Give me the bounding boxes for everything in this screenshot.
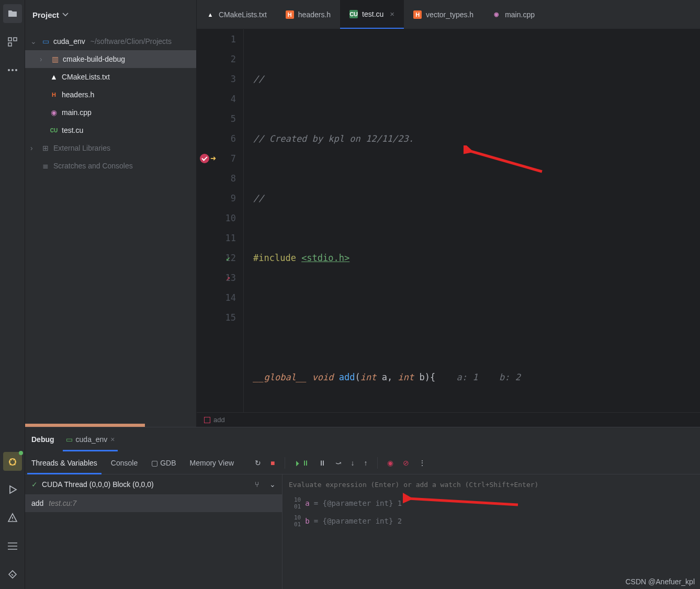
line-number[interactable]: 3 — [197, 69, 236, 89]
svg-rect-1 — [14, 38, 17, 41]
nav-out-icon[interactable]: ↗ — [226, 268, 230, 288]
run-icon[interactable] — [3, 480, 22, 499]
stack-frame[interactable]: add test.cu:7 — [25, 494, 282, 512]
var-type-icon: 1001 — [294, 514, 301, 528]
tree-scratches[interactable]: ≣ Scratches and Consoles — [25, 157, 196, 175]
config-icon: ▭ — [66, 435, 73, 444]
breadcrumb-icon — [204, 417, 210, 423]
svg-point-4 — [12, 69, 14, 71]
structure-icon[interactable] — [3, 32, 22, 51]
project-title: Project — [32, 10, 59, 19]
line-number[interactable]: 5 — [197, 109, 236, 129]
tree-file[interactable]: CU test.cu — [25, 121, 196, 139]
threads-tab[interactable]: Threads & Variables — [31, 451, 97, 474]
breadcrumb-fn[interactable]: add — [213, 416, 225, 424]
close-icon[interactable]: × — [110, 435, 115, 444]
chevron-down-icon — [62, 13, 69, 17]
lines-icon[interactable] — [3, 537, 22, 556]
debug-panel: Debug ▭ cuda_env × Threads & Variables C… — [25, 427, 700, 589]
var-type-icon: 1001 — [294, 496, 301, 510]
annotation-arrow-1 — [464, 145, 547, 177]
execution-arrow-icon: ➜ — [210, 149, 216, 168]
line-number[interactable]: 1 — [197, 29, 236, 49]
mute-breakpoints-icon[interactable]: ⊘ — [403, 459, 409, 467]
line-number[interactable]: 11 — [197, 228, 236, 248]
step-out-icon[interactable]: ↑ — [364, 459, 368, 467]
close-icon[interactable]: × — [390, 9, 394, 18]
header-icon: H — [413, 10, 422, 19]
debug-toolbar: Threads & Variables Console ▢GDB Memory … — [25, 451, 700, 474]
chevron-right-icon: › — [40, 55, 47, 63]
cpp-icon: ◉ — [49, 108, 59, 117]
step-into-icon[interactable]: ↓ — [351, 459, 355, 467]
console-tab[interactable]: Console — [111, 451, 138, 474]
variable-row[interactable]: 1001 b = {@parameter int} 2 — [283, 512, 700, 530]
line-number[interactable]: 6 — [197, 129, 236, 149]
svg-rect-2 — [8, 43, 12, 46]
tree-root[interactable]: ⌄ ▭ cuda_env ~/software/Clion/Projects — [25, 32, 196, 50]
filter-icon[interactable]: ⑂ — [255, 480, 259, 489]
code-view[interactable]: // // Created by kpl on 12/11/23. // #in… — [244, 29, 700, 412]
step-over-icon[interactable]: ⤻ — [335, 459, 342, 467]
tree-file[interactable]: ▲ CMakeLists.txt — [25, 68, 196, 86]
line-number[interactable]: 10 — [197, 208, 236, 228]
line-number[interactable]: 2 — [197, 49, 236, 69]
tab-vectortypes[interactable]: Hvector_types.h — [404, 0, 483, 29]
evaluate-input[interactable] — [289, 481, 694, 489]
activity-bar — [0, 0, 25, 589]
frame-location: test.cu:7 — [49, 499, 76, 507]
line-number[interactable]: 8 — [197, 168, 236, 188]
tree-file[interactable]: H headers.h — [25, 86, 196, 104]
frame-fn: add — [31, 499, 43, 507]
header-icon: H — [49, 92, 59, 98]
folder-icon[interactable] — [3, 4, 22, 23]
chevron-down-icon: ⌄ — [30, 37, 38, 46]
chevron-down-icon[interactable]: ⌄ — [269, 480, 276, 489]
services-icon[interactable] — [3, 565, 22, 584]
editor-body: 1 2 3 4 5 6 7 ➜ 8 9 10 11 — [197, 29, 700, 412]
more-icon[interactable]: ⋮ — [419, 459, 426, 467]
tab-cmakelists[interactable]: ▲CMakeLists.txt — [197, 0, 276, 29]
project-panel: Project ⌄ ▭ cuda_env ~/software/Clion/Pr… — [25, 0, 197, 427]
resume-icon[interactable]: ⏵⏸ — [295, 459, 309, 467]
tab-testcu[interactable]: CUtest.cu× — [340, 0, 404, 29]
breakpoint-icon[interactable] — [200, 154, 209, 163]
bug-icon[interactable] — [3, 452, 22, 471]
check-icon: ✓ — [31, 480, 38, 489]
line-number[interactable]: 4 — [197, 89, 236, 109]
view-breakpoints-icon[interactable]: ◉ — [387, 459, 393, 467]
line-number[interactable]: 15 — [197, 308, 236, 327]
problems-icon[interactable] — [3, 508, 22, 527]
svg-line-7 — [469, 151, 542, 172]
tab-headers[interactable]: Hheaders.h — [276, 0, 340, 29]
editor-area: ▲CMakeLists.txt Hheaders.h CUtest.cu× Hv… — [197, 0, 700, 427]
line-number[interactable]: 14 — [197, 288, 236, 308]
pause-icon[interactable]: ⏸ — [319, 459, 326, 467]
tab-main[interactable]: ◉main.cpp — [483, 0, 544, 29]
tree-folder[interactable]: › ▥ cmake-build-debug — [25, 50, 196, 68]
library-icon: ⊞ — [41, 144, 50, 152]
nav-in-icon[interactable]: ↙ — [226, 248, 230, 268]
debug-config-tab[interactable]: ▭ cuda_env × — [66, 427, 115, 451]
chevron-right-icon: › — [30, 144, 38, 152]
line-number[interactable]: 9 — [197, 188, 236, 208]
svg-line-8 — [408, 499, 518, 505]
thread-label[interactable]: CUDA Thread (0,0,0) Block (0,0,0) — [42, 480, 154, 489]
rerun-icon[interactable]: ↻ — [255, 459, 261, 467]
cu-icon: CU — [349, 10, 358, 18]
cpp-icon: ◉ — [492, 10, 501, 19]
debug-tab[interactable]: Debug — [31, 427, 54, 451]
more-icon[interactable] — [3, 61, 22, 80]
annotation-arrow-2 — [403, 491, 523, 512]
memory-tab[interactable]: Memory View — [190, 451, 234, 474]
svg-point-3 — [8, 69, 10, 71]
gdb-tab[interactable]: ▢GDB — [151, 451, 176, 474]
stop-icon[interactable]: ■ — [270, 459, 275, 467]
module-icon: ▭ — [41, 37, 50, 46]
tree-ext-lib[interactable]: › ⊞ External Libraries — [25, 139, 196, 157]
project-tree: ⌄ ▭ cuda_env ~/software/Clion/Projects ›… — [25, 29, 196, 424]
project-header[interactable]: Project — [25, 0, 196, 29]
tab-bar: ▲CMakeLists.txt Hheaders.h CUtest.cu× Hv… — [197, 0, 700, 29]
tree-file[interactable]: ◉ main.cpp — [25, 104, 196, 121]
variable-row[interactable]: 1001 a = {@parameter int} 1 — [283, 494, 700, 512]
